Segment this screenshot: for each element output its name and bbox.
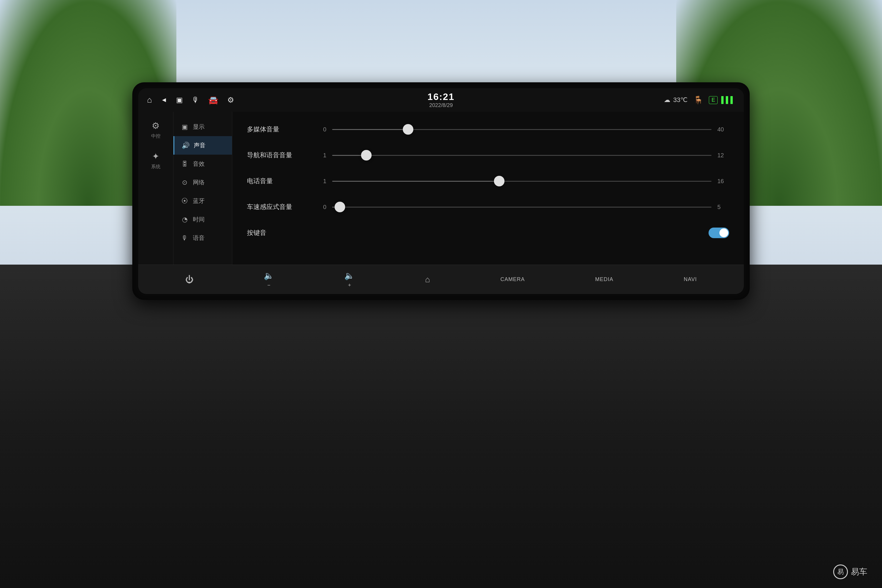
effect-icon: 🎛 [180,160,189,168]
date-display: 2022/8/29 [429,102,453,108]
phone-volume-track[interactable] [332,181,711,182]
watermark-circle-text: 易 [837,567,844,576]
network-label: 网络 [193,178,205,186]
camera-button[interactable]: CAMERA [492,273,534,285]
multimedia-volume-fill [332,129,408,130]
key-sound-label: 按键音 [247,228,312,237]
speed-volume-label: 车速感应式音量 [247,202,312,212]
watermark: 易 易车 [833,564,867,579]
power-button[interactable]: ⏻ [176,272,202,287]
speed-volume-slider-container: 0 5 [318,204,729,210]
nav-voice-volume-row: 导航和语音音量 1 12 [247,146,729,164]
weather-cloud-icon: ☁ [664,96,670,104]
menu-item-time[interactable]: ◔ 时间 [174,210,232,229]
multimedia-volume-slider-container: 0 40 [318,126,729,133]
sound-label: 声音 [194,141,206,149]
microphone-icon[interactable]: 🎙 [192,96,200,105]
speed-volume-min: 0 [318,204,326,210]
nav-voice-volume-max: 12 [717,152,729,159]
nav-voice-volume-slider-container: 1 12 [318,152,729,159]
menu-item-display[interactable]: ▣ 显示 [174,118,232,136]
time-icon: ◔ [180,216,189,224]
time-label: 时间 [193,216,205,224]
seat-heat-icon[interactable]: 🪑 [693,96,703,105]
signal-strength-icon: ▌▌▌ [721,96,735,104]
multimedia-volume-min: 0 [318,126,326,133]
status-icons-left: ⌂ ◄ ▣ 🎙 🚘 ⚙ [147,95,343,105]
navi-label: NAVI [684,276,697,282]
settings-wheel-icon: ⚙ [227,96,234,105]
sidebar-item-xitong[interactable]: ✦ 系统 [151,151,160,170]
nav-voice-volume-thumb[interactable] [361,150,372,160]
settings-content-panel: 多媒体音量 0 40 导航和语音音量 [232,112,744,265]
display-icon: ▣ [180,123,189,131]
home-icon[interactable]: ⌂ [147,95,152,105]
power-icon: ⏻ [185,274,194,284]
sidebar-item-zhongkong[interactable]: ⚙ 中控 [151,120,160,140]
phone-volume-row: 电话音量 1 16 [247,172,729,190]
zhongkong-label: 中控 [151,133,160,140]
network-icon: ⊙ [180,179,189,186]
camera-label: CAMERA [500,276,525,282]
phone-volume-slider-container: 1 16 [318,178,729,184]
key-sound-row: 按键音 [247,224,729,242]
multimedia-volume-thumb[interactable] [403,124,413,135]
volume-down-icon: 🔈 [264,271,274,280]
nav-voice-volume-track[interactable] [332,155,711,156]
home-btn-icon: ⌂ [425,275,430,284]
sound-icon: 🔊 [182,142,190,149]
temperature-display: 33℃ [673,96,688,104]
status-icons-right: ☁ 33℃ 🪑 E ▌▌▌ [539,96,735,105]
multimedia-volume-max: 40 [717,126,729,133]
multimedia-volume-label: 多媒体音量 [247,125,312,134]
menu-item-sound[interactable]: 🔊 声音 [174,136,232,154]
bottom-bar: ⏻ 🔈 − 🔈 + ⌂ CAMERA MEDIA [138,265,744,294]
bluetooth-icon: ⦿ [180,197,189,205]
speed-volume-max: 5 [717,204,729,210]
menu-item-voice[interactable]: 🎙 语音 [174,229,232,247]
phone-volume-fill [332,181,499,182]
toggle-knob [719,228,728,237]
display-label: 显示 [193,123,205,131]
phone-volume-thumb[interactable] [494,176,504,186]
xitong-label: 系统 [151,164,160,170]
nav-voice-volume-min: 1 [318,152,326,159]
main-content: ⚙ 中控 ✦ 系统 ▣ 显示 🔊 声音 [138,112,744,265]
home-button[interactable]: ⌂ [416,272,439,287]
xitong-icon: ✦ [152,151,159,161]
battery-charge-icon: E [709,96,718,104]
volume-up-button[interactable]: 🔈 + [336,268,363,291]
watermark-circle: 易 [833,564,848,579]
multimedia-volume-track[interactable] [332,129,711,130]
media-label: MEDIA [595,276,613,282]
media-button[interactable]: MEDIA [586,273,622,285]
phone-volume-label: 电话音量 [247,177,312,186]
status-bar: ⌂ ◄ ▣ 🎙 🚘 ⚙ 16:21 2022/8/29 ☁ 33℃ [138,88,744,112]
menu-item-effect[interactable]: 🎛 音效 [174,154,232,173]
car-front-icon: 🚘 [208,95,219,105]
speed-volume-thumb[interactable] [334,202,345,212]
signal-icons: E ▌▌▌ [709,96,735,104]
phone-volume-max: 16 [717,178,729,184]
menu-item-network[interactable]: ⊙ 网络 [174,173,232,192]
bluetooth-label: 蓝牙 [193,197,205,205]
effect-label: 音效 [193,160,205,168]
volume-down-button[interactable]: 🔈 − [255,268,283,291]
nav-voice-volume-label: 导航和语音音量 [247,151,312,160]
voice-icon: 🎙 [180,234,189,242]
watermark-brand: 易车 [851,566,867,578]
icon-sidebar: ⚙ 中控 ✦ 系统 [138,112,174,265]
dashboard-background [0,265,882,588]
infotainment-screen-wrapper: ⌂ ◄ ▣ 🎙 🚘 ⚙ 16:21 2022/8/29 ☁ 33℃ [132,82,750,300]
navigation-icon[interactable]: ◄ [161,96,167,104]
time-display: 16:21 [428,92,454,102]
vol-up-plus: + [348,282,351,288]
menu-item-bluetooth[interactable]: ⦿ 蓝牙 [174,192,232,210]
key-sound-toggle[interactable] [708,228,729,238]
volume-up-icon: 🔈 [344,271,355,280]
infotainment-screen: ⌂ ◄ ▣ 🎙 🚘 ⚙ 16:21 2022/8/29 ☁ 33℃ [138,88,744,294]
navi-button[interactable]: NAVI [675,273,706,285]
media-icon[interactable]: ▣ [176,96,183,104]
multimedia-volume-row: 多媒体音量 0 40 [247,120,729,138]
speed-volume-track[interactable] [332,207,711,208]
